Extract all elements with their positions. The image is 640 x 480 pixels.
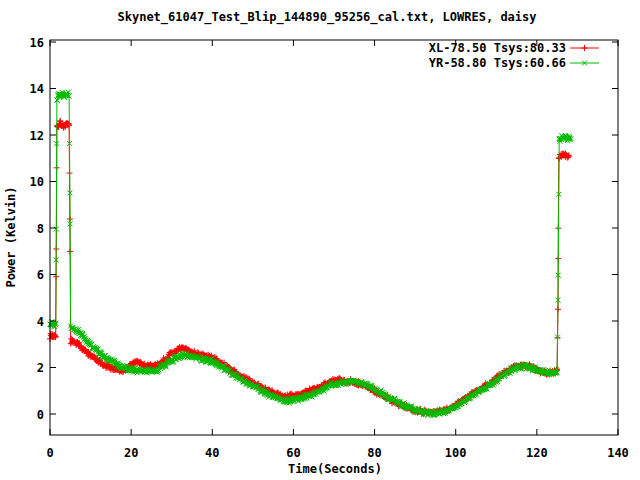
- y-tick-label: 10: [30, 175, 44, 189]
- power-vs-time-chart: Skynet_61047_Test_Blip_144890_95256_cal.…: [0, 0, 640, 480]
- x-tick-label: 20: [124, 446, 138, 460]
- y-axis-label: Power (Kelvin): [4, 186, 18, 287]
- x-tick-label: 140: [607, 446, 629, 460]
- gnuplot-chart-page: Skynet_61047_Test_Blip_144890_95256_cal.…: [0, 0, 640, 480]
- y-tick-label: 12: [30, 129, 44, 143]
- x-tick-label: 100: [445, 446, 467, 460]
- x-tick-label: 80: [367, 446, 381, 460]
- x-tick-label: 40: [205, 446, 219, 460]
- y-tick-label: 0: [37, 408, 44, 422]
- x-tick-label: 120: [526, 446, 548, 460]
- y-tick-label: 16: [30, 36, 44, 50]
- chart-title: Skynet_61047_Test_Blip_144890_95256_cal.…: [117, 10, 536, 25]
- y-tick-label: 14: [30, 82, 44, 96]
- x-axis-label: Time(Seconds): [288, 462, 382, 476]
- legend-label-yr: YR-58.80 Tsys:60.66: [429, 56, 566, 70]
- y-tick-label: 2: [37, 361, 44, 375]
- legend-label-xl: XL-78.50 Tsys:80.33: [429, 41, 566, 55]
- x-tick-label: 60: [286, 446, 300, 460]
- chart-background: [0, 0, 640, 480]
- y-tick-label: 4: [37, 315, 44, 329]
- y-tick-label: 8: [37, 222, 44, 236]
- x-tick-label: 0: [46, 446, 53, 460]
- y-tick-label: 6: [37, 268, 44, 282]
